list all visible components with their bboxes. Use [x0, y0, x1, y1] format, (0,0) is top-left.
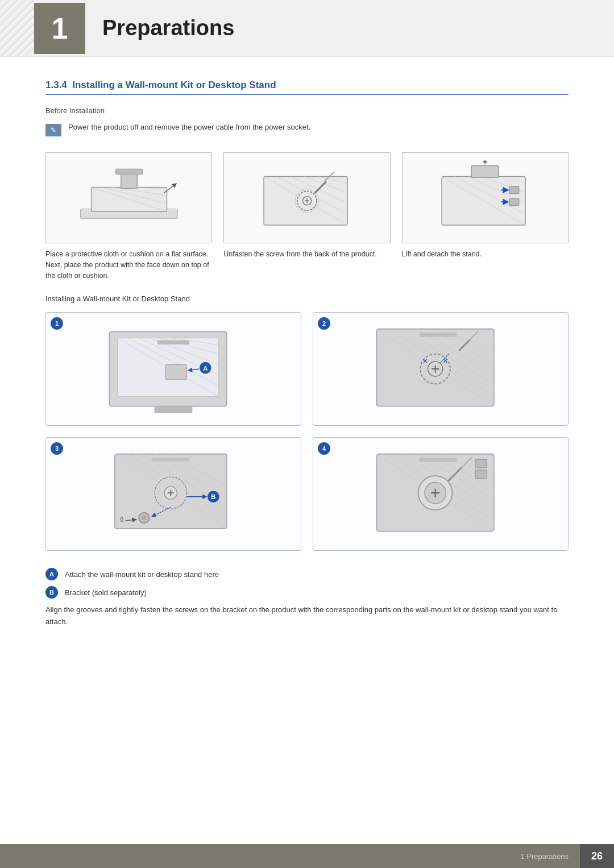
svg-rect-73: [152, 458, 190, 462]
illustration-item-2: Unfasten the screw from the back of the …: [223, 152, 390, 281]
illustration-box-1: [45, 152, 212, 243]
svg-rect-27: [509, 186, 519, 193]
page-footer: 1 Preparations 26: [0, 844, 614, 868]
section-heading: 1.3.4 Installing a Wall-mount Kit or Des…: [45, 80, 569, 95]
illustration-caption-2: Unfasten the screw from the back of the …: [223, 249, 390, 260]
svg-rect-47: [155, 406, 192, 413]
illustration-svg-2: [253, 160, 361, 236]
illustration-item-3: Lift and detach the stand.: [402, 152, 569, 281]
before-installation-label: Before Installation: [45, 106, 569, 115]
chapter-title: Preparations: [102, 16, 234, 40]
chapter-number: 1: [52, 11, 68, 45]
illustration-svg-1: [75, 160, 183, 236]
illustration-svg-3: [431, 160, 539, 236]
svg-rect-28: [509, 198, 519, 205]
diagram-svg-3: B 0: [88, 446, 259, 542]
illustration-item-1: Place a protective cloth or cushion on a…: [45, 152, 212, 281]
note-icon: [45, 124, 61, 136]
diagram-number-2: 2: [318, 317, 330, 330]
illustration-box-3: [402, 152, 569, 243]
diagram-svg-4: [355, 446, 526, 542]
svg-point-85: [142, 516, 147, 521]
page-header: 1 Preparations: [0, 0, 614, 57]
svg-marker-33: [483, 160, 488, 163]
svg-rect-101: [475, 470, 487, 479]
diagram-cell-4: 4: [313, 437, 569, 551]
diagram-number-4: 4: [318, 442, 330, 455]
section-title: Installing a Wall-mount Kit or Desktop S…: [72, 80, 276, 90]
svg-text:0: 0: [120, 517, 123, 523]
illustrations-row: Place a protective cloth or cushion on a…: [45, 152, 569, 281]
svg-rect-42: [157, 340, 189, 345]
legend-row-a: A Attach the wall-mount kit or desktop s…: [45, 568, 569, 580]
section-id: 1.3.4: [45, 80, 67, 90]
diagram-cell-2: 2: [313, 312, 569, 426]
diagram-cell-3: 3 B: [45, 437, 301, 551]
illustration-caption-1: Place a protective cloth or cushion on a…: [45, 249, 212, 281]
legend-text-b: Bracket (sold separately): [65, 588, 147, 597]
legend-badge-a: A: [45, 568, 58, 580]
svg-rect-93: [420, 458, 457, 463]
bottom-note: Align the grooves and tightly fasten the…: [45, 604, 569, 628]
svg-rect-100: [475, 459, 487, 468]
diagram-number-1: 1: [51, 317, 63, 330]
diagram-svg-2: [355, 321, 526, 417]
svg-rect-7: [115, 169, 143, 175]
svg-text:A: A: [203, 365, 208, 372]
diagram-number-3: 3: [51, 442, 63, 455]
main-content: 1.3.4 Installing a Wall-mount Kit or Des…: [0, 57, 614, 662]
diagram-grid: 1 A: [45, 312, 569, 551]
note-box: Power the product off and remove the pow…: [45, 123, 569, 136]
diagram-cell-1: 1 A: [45, 312, 301, 426]
svg-rect-43: [165, 365, 187, 380]
illustration-caption-3: Lift and detach the stand.: [402, 249, 569, 260]
installing-label: Installing a Wall-mount Kit or Desktop S…: [45, 294, 569, 303]
legend-badge-b: B: [45, 586, 58, 599]
svg-rect-55: [420, 333, 457, 338]
legend-row-b: B Bracket (sold separately): [45, 586, 569, 599]
note-text: Power the product off and remove the pow…: [68, 123, 310, 131]
illustration-box-2: [223, 152, 390, 243]
footer-text: 1 Preparations: [520, 852, 580, 861]
legend-text-a: Attach the wall-mount kit or desktop sta…: [65, 570, 219, 579]
page-number: 26: [580, 844, 614, 868]
svg-text:B: B: [211, 494, 215, 501]
chapter-number-block: 1: [34, 3, 85, 54]
svg-rect-31: [472, 165, 499, 177]
diagram-svg-1: A: [88, 321, 259, 417]
